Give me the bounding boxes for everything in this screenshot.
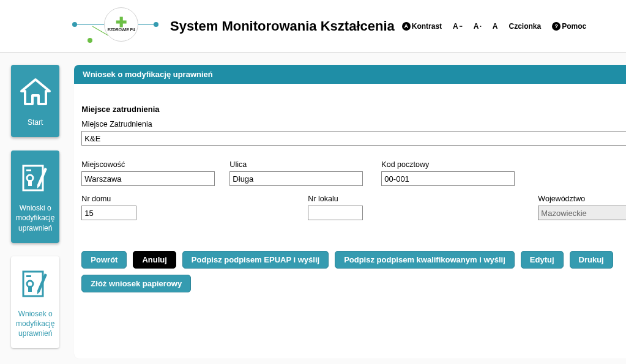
ulica-label: Ulica — [229, 160, 363, 169]
powrot-button[interactable]: Powrót — [81, 251, 127, 269]
nrdomu-input[interactable] — [81, 206, 136, 220]
sidebar-item-label: Wnioski o modyfikację uprawnień — [16, 203, 54, 233]
podpisz-epuap-button[interactable]: Podpisz podpisem EPUAP i wyślij — [182, 251, 329, 269]
header: ✚ EZDROWIE P4 System Monitorowania Kszta… — [0, 0, 626, 52]
content: Wniosek o modyfikację uprawnień Miejsce … — [74, 65, 626, 358]
section-title: Miejsce zatrudnienia — [81, 105, 626, 114]
zloz-papierowy-button[interactable]: Złóż wniosek papierowy — [81, 275, 191, 292]
svg-rect-5 — [26, 275, 31, 277]
font-size-medium[interactable]: A• — [474, 22, 482, 31]
contrast-icon: A — [402, 22, 411, 31]
kod-label: Kod pocztowy — [381, 160, 515, 169]
sidebar-item-label: Start — [28, 117, 43, 127]
logo: ✚ EZDROWIE P4 — [73, 1, 159, 45]
svg-rect-3 — [28, 180, 32, 186]
app-title: System Monitorowania Kształcenia — [170, 18, 395, 34]
kod-input[interactable] — [381, 171, 515, 186]
sidebar-item-start[interactable]: Start — [11, 65, 59, 137]
home-icon — [19, 77, 52, 108]
form-edit-icon — [20, 163, 51, 193]
sidebar-item-wniosek[interactable]: Wniosek o modyfikację uprawnień — [11, 256, 59, 349]
edytuj-button[interactable]: Edytuj — [521, 251, 564, 269]
podpisz-kwalif-button[interactable]: Podpisz podpisem kwalifikowanym i wyślij — [335, 251, 515, 269]
nrlokalu-input[interactable] — [308, 206, 363, 220]
miejsce-input[interactable] — [81, 131, 626, 146]
miejsce-label: Miejsce Zatrudnienia — [81, 120, 626, 128]
czcionka-label: Czcionka — [509, 22, 541, 31]
panel: Wniosek o modyfikację uprawnień Miejsce … — [74, 65, 626, 358]
font-size-large[interactable]: A•• — [453, 22, 463, 31]
button-row: Powrót Anuluj Podpisz podpisem EPUAP i w… — [81, 251, 626, 292]
logo-text: EZDROWIE P4 — [108, 28, 135, 32]
sidebar-item-wnioski[interactable]: Wnioski o modyfikację uprawnień — [11, 150, 59, 243]
plus-icon: ✚ — [116, 18, 127, 28]
help-icon: ? — [552, 22, 561, 31]
sidebar: Start Wnioski o modyfikację uprawnień Wn… — [11, 65, 59, 358]
nrdomu-label: Nr domu — [81, 195, 215, 203]
miejscowosc-label: Miejscowość — [81, 160, 215, 169]
sidebar-item-label: Wniosek o modyfikację uprawnień — [16, 309, 54, 339]
kontrast-button[interactable]: A Kontrast — [402, 22, 442, 31]
pomoc-button[interactable]: ? Pomoc — [552, 22, 586, 31]
header-tools: A Kontrast A•• A• A Czcionka ? Pomoc — [402, 22, 586, 31]
svg-rect-7 — [28, 286, 32, 292]
ulica-input[interactable] — [229, 171, 363, 186]
woj-select[interactable] — [538, 206, 626, 220]
panel-title: Wniosek o modyfikację uprawnień — [74, 65, 626, 84]
nrlokalu-label: Nr lokalu — [308, 195, 441, 203]
miejscowosc-input[interactable] — [81, 171, 215, 186]
woj-label: Województwo — [538, 195, 626, 203]
anuluj-button[interactable]: Anuluj — [133, 251, 176, 269]
svg-rect-1 — [26, 169, 31, 171]
font-size-small[interactable]: A — [493, 22, 498, 31]
form-edit-icon — [20, 269, 51, 299]
drukuj-button[interactable]: Drukuj — [570, 251, 613, 269]
